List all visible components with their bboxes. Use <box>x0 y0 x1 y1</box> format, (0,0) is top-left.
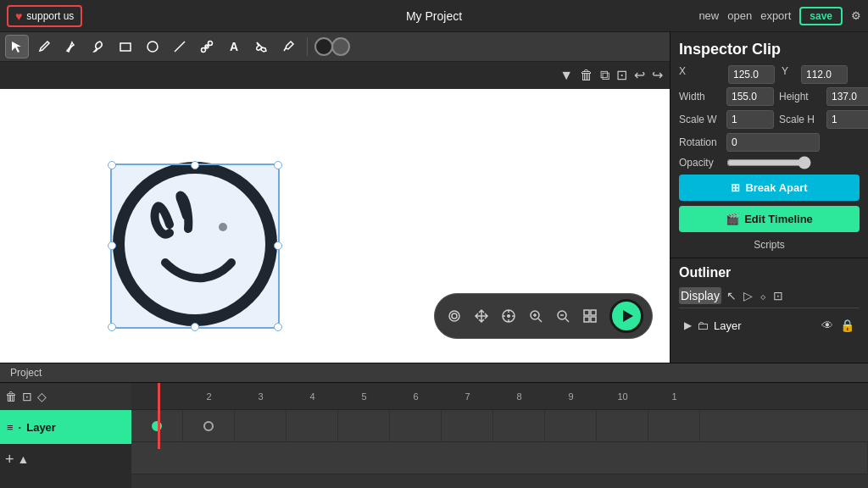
brush-tool[interactable] <box>86 35 110 58</box>
layer-track[interactable]: ≡ · Layer <box>0 410 131 444</box>
width-label: Width <box>679 91 721 103</box>
track-diamond-icon[interactable]: ◇ <box>37 390 47 403</box>
scale-w-input[interactable] <box>726 110 774 129</box>
duplicate-icon[interactable]: ⧉ <box>600 68 609 83</box>
frame-cell-1[interactable] <box>131 410 183 442</box>
scale-h-input[interactable] <box>826 110 868 129</box>
opacity-row: Opacity <box>679 156 860 169</box>
frame-cell-5[interactable] <box>338 410 390 442</box>
select-tool[interactable] <box>5 35 29 58</box>
outliner-image-icon[interactable]: ⊡ <box>771 287 785 304</box>
frame-cell-2[interactable] <box>183 410 235 442</box>
text-tool[interactable]: A <box>222 35 246 58</box>
svg-line-19 <box>538 319 542 322</box>
height-input[interactable] <box>826 87 868 106</box>
x-input[interactable] <box>728 65 775 84</box>
empty-cell[interactable] <box>131 442 868 474</box>
opacity-slider[interactable] <box>726 156 811 169</box>
outliner-cursor-icon[interactable]: ↖ <box>725 287 738 304</box>
frame-cell-6[interactable] <box>390 410 442 442</box>
break-apart-button[interactable]: ⊞ Break Apart <box>679 175 860 201</box>
frame-cell-11[interactable] <box>648 410 700 442</box>
svg-rect-0 <box>120 43 131 51</box>
size-row: Width Height <box>679 87 860 106</box>
delete-icon[interactable]: 🗑 <box>580 68 593 83</box>
add-layer-button[interactable]: + <box>5 451 14 469</box>
undo-icon[interactable]: ↩ <box>634 67 645 83</box>
svg-rect-26 <box>591 310 596 315</box>
outliner-display-tab[interactable]: Display <box>679 287 721 304</box>
project-title: My Project <box>406 9 462 23</box>
canvas-area[interactable]: ▼ 🗑 ⧉ ⊡ ↩ ↪ <box>0 62 670 363</box>
rotation-input[interactable] <box>726 133 820 152</box>
pen-tool[interactable] <box>32 35 56 58</box>
edit-timeline-label: Edit Timeline <box>744 213 813 225</box>
svg-rect-25 <box>584 310 589 315</box>
redo-icon[interactable]: ↪ <box>652 67 663 83</box>
zoom-out-icon[interactable] <box>552 305 574 327</box>
frame-cell-4[interactable] <box>287 410 338 442</box>
break-apart-label: Break Apart <box>745 181 807 194</box>
project-tab-label[interactable]: Project <box>10 367 42 379</box>
frame-cell-8[interactable] <box>493 410 545 442</box>
frame-cell-10[interactable] <box>597 410 648 442</box>
support-button[interactable]: ♥ support us <box>7 5 82 27</box>
frame-6: 6 <box>390 391 442 402</box>
gear-icon[interactable]: ⚙ <box>851 9 861 22</box>
x-label: X <box>679 65 721 84</box>
fit-icon[interactable] <box>579 305 601 327</box>
svg-line-2 <box>175 42 185 52</box>
svg-point-8 <box>119 168 271 320</box>
layer-lock-icon[interactable]: 🔒 <box>840 319 854 332</box>
outliner-title: Outliner <box>679 265 860 280</box>
layer-actions: 👁 🔒 <box>821 319 854 332</box>
dropdown-icon[interactable]: ▼ <box>559 68 573 83</box>
scale-h-label: Scale H <box>779 114 821 125</box>
export-button[interactable]: export <box>760 9 791 22</box>
timeline-header: 2 3 4 5 6 7 8 9 10 1 <box>131 383 868 410</box>
eyedropper-tool[interactable] <box>276 35 300 58</box>
layers-icon[interactable] <box>443 305 465 327</box>
track-delete-icon[interactable]: 🗑 <box>5 390 17 403</box>
track-bottom: + ▲ <box>0 444 131 474</box>
support-label: support us <box>26 10 74 22</box>
y-input[interactable] <box>801 65 848 84</box>
track-left: 🗑 ⊡ ◇ ≡ · Layer + ▲ <box>0 383 131 488</box>
paste-special-icon[interactable]: ⊡ <box>616 67 627 83</box>
outliner-anchor-icon[interactable]: ⬦ <box>758 287 768 304</box>
track-copy-icon[interactable]: ⊡ <box>22 390 32 403</box>
layer-visible-icon[interactable]: 👁 <box>821 319 833 332</box>
fill-color-swatch[interactable] <box>314 37 333 56</box>
stroke-color-swatch[interactable] <box>331 37 350 56</box>
edit-timeline-button[interactable]: 🎬 Edit Timeline <box>679 206 860 232</box>
layer-row[interactable]: ▶ 🗀 Layer 👁 🔒 <box>679 315 860 336</box>
svg-point-3 <box>202 47 206 52</box>
pencil-tool[interactable] <box>59 35 83 58</box>
svg-point-1 <box>147 42 158 52</box>
add-folder-button[interactable]: ▲ <box>18 452 30 466</box>
rotation-label: Rotation <box>679 136 721 148</box>
play-button[interactable] <box>609 299 643 333</box>
save-button[interactable]: save <box>799 7 843 25</box>
origin-icon[interactable] <box>498 305 520 327</box>
fill-tool[interactable] <box>249 35 273 58</box>
keyframe-row <box>131 410 868 442</box>
new-button[interactable]: new <box>698 9 719 22</box>
frame-cell-3[interactable] <box>235 410 287 442</box>
y-label: Y <box>782 65 794 84</box>
scale-w-label: Scale W <box>679 114 721 125</box>
width-input[interactable] <box>726 87 774 106</box>
node-tool[interactable] <box>195 35 219 58</box>
frame-cell-7[interactable] <box>442 410 493 442</box>
circle-tool[interactable] <box>141 35 164 58</box>
zoom-in-icon[interactable] <box>525 305 547 327</box>
line-tool[interactable] <box>168 35 192 58</box>
top-bar-left: ♥ support us <box>7 5 82 27</box>
timeline-right[interactable]: 2 3 4 5 6 7 8 9 10 1 <box>131 383 868 488</box>
rect-tool[interactable] <box>114 35 137 58</box>
move-icon[interactable] <box>470 305 492 327</box>
open-button[interactable]: open <box>727 9 752 22</box>
outliner-play-icon[interactable]: ▷ <box>742 287 754 304</box>
frame-cell-9[interactable] <box>545 410 597 442</box>
svg-point-11 <box>452 313 457 319</box>
